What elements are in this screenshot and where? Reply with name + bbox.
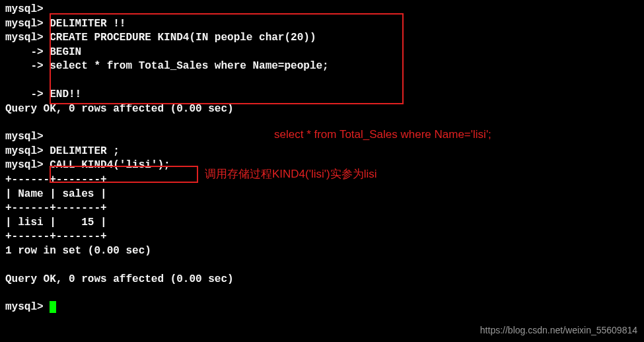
terminal-blank-line: [5, 74, 639, 88]
terminal-line-end: -> END!!: [5, 88, 639, 102]
terminal-line-begin: -> BEGIN: [5, 46, 639, 60]
terminal-line-query-ok-2: Query OK, 0 rows affected (0.00 sec): [5, 273, 639, 287]
terminal-blank-line: [5, 259, 639, 273]
terminal-line-select: -> select * from Total_Sales where Name=…: [5, 59, 639, 74]
watermark-text: https://blog.csdn.net/weixin_55609814: [480, 324, 637, 337]
terminal-line-delimiter-start: mysql> DELIMITER !!: [5, 17, 639, 32]
terminal-table-header: | Name | sales |: [5, 188, 639, 202]
terminal-prompt-text: mysql>: [5, 301, 50, 313]
terminal-line-query-ok-1: Query OK, 0 rows affected (0.00 sec): [5, 102, 639, 117]
terminal-table-border-mid: +------+-------+: [5, 201, 639, 216]
terminal-table-border-bottom: +------+-------+: [5, 230, 639, 244]
terminal-table-row: | lisi | 15 |: [5, 216, 639, 230]
terminal-blank-line: [5, 287, 639, 300]
annotation-select-explanation: select * from Total_Sales where Name='li…: [274, 127, 491, 143]
terminal-prompt-cursor-line[interactable]: mysql>: [5, 300, 639, 315]
cursor-icon: [50, 301, 56, 313]
terminal-line-create-procedure: mysql> CREATE PROCEDURE KIND4(IN people …: [5, 31, 639, 46]
terminal-line-rowcount: 1 row in set (0.00 sec): [5, 244, 639, 259]
terminal-line-delimiter-end: mysql> DELIMITER ;: [5, 145, 639, 159]
annotation-call-explanation: 调用存储过程KIND4('lisi')实参为lisi: [205, 167, 377, 182]
terminal-line-prompt: mysql>: [5, 3, 639, 17]
